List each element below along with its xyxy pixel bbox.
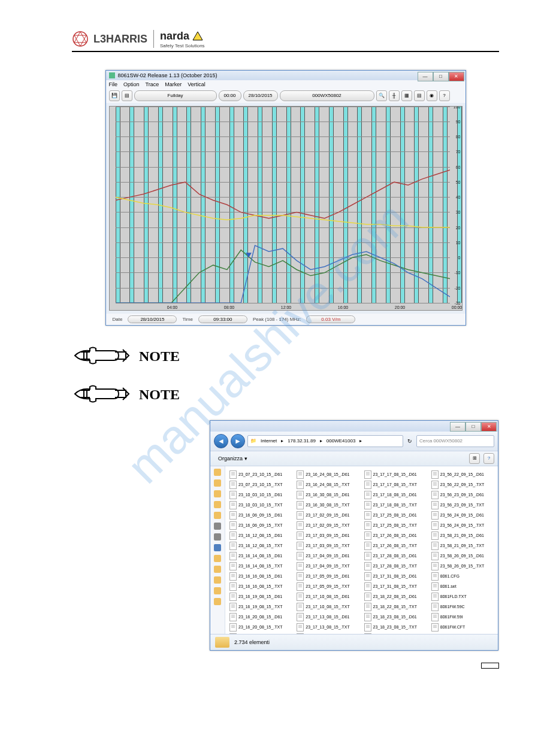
date-display[interactable]: 28/10/2015 (243, 90, 278, 101)
file-item[interactable]: 23_17_18_08_15_.TXT (364, 500, 427, 510)
menu-file[interactable]: File (109, 81, 118, 87)
file-item[interactable]: 23_58_21_09_15_.D61 (431, 531, 494, 541)
back-button[interactable]: ◄ (214, 434, 228, 448)
file-item[interactable]: 8061FW.CFT (431, 623, 494, 632)
file-item[interactable]: 23_17_04_09_15_.D61 (296, 551, 359, 561)
file-item[interactable]: 23_18_22_08_15_.D61 (364, 592, 427, 602)
sidebar-favorites-icon[interactable] (214, 469, 221, 476)
file-item[interactable]: 23_16_19_08_15_.D61 (229, 592, 292, 602)
sidebar-folder-icon[interactable] (214, 512, 221, 519)
file-item[interactable]: 23_18_22_08_15_.TXT (364, 602, 427, 612)
table-icon[interactable]: ▤ (414, 90, 425, 101)
file-item[interactable]: 23_17_26_08_15_.TXT (364, 541, 427, 551)
file-item[interactable]: 23_16_24_08_15_.D61 (296, 470, 359, 479)
file-item[interactable]: 8061.CFG (431, 572, 494, 581)
file-item[interactable]: 23_17_10_08_15_.TXT (296, 602, 359, 612)
file-item[interactable] (431, 633, 494, 634)
file-item[interactable]: 23_56_23_09_15_.TXT (431, 500, 494, 510)
file-item[interactable]: 23_18_23_08_15_.D61 (364, 612, 427, 622)
sidebar-folder-icon[interactable] (214, 479, 221, 487)
file-item[interactable]: 23_17_05_09_15_.D61 (296, 572, 359, 581)
file-item[interactable]: 23_10_03_10_15_.D61 (229, 490, 292, 500)
file-item[interactable]: 23_17_02_09_15_.D61 (296, 511, 359, 520)
addr-seg-1[interactable]: 178.32.31.89 (286, 438, 318, 444)
file-item[interactable]: 23_17_18_08_15_.D61 (364, 490, 427, 500)
file-item[interactable]: 23_17_25_08_15_.TXT (364, 521, 427, 530)
file-item[interactable]: 23_17_28_08_15_.TXT (364, 561, 427, 571)
file-item[interactable]: 23_16_12_08_15_.D61 (229, 531, 292, 541)
close-button[interactable]: ✕ (449, 72, 464, 81)
file-item[interactable]: 23_17_17_08_15_.TXT (364, 480, 427, 490)
file-item[interactable]: 23_58_26_09_15_.TXT (431, 561, 494, 571)
file-item[interactable]: 23_56_24_09_15_.D61 (431, 511, 494, 520)
file-item[interactable]: 23_56_23_09_15_.D61 (431, 490, 494, 500)
file-item[interactable]: 23_10_03_10_15_.TXT (229, 500, 292, 510)
file-item[interactable]: 23_16_16_08_15_.TXT (229, 582, 292, 591)
explorer-help-icon[interactable]: ? (483, 453, 494, 464)
menu-vertical[interactable]: Vertical (188, 81, 205, 87)
file-item[interactable]: 23_17_15_08_15_.D61 (296, 633, 359, 634)
file-item[interactable]: 23_17_17_08_15_.D61 (364, 470, 427, 479)
file-item[interactable]: 23_16_12_08_15_.TXT (229, 541, 292, 551)
menu-option[interactable]: Option (123, 81, 140, 87)
file-item[interactable]: 23_17_28_08_15_.D61 (364, 551, 427, 561)
menu-trace[interactable]: Trace (146, 81, 159, 87)
menu-marker[interactable]: Marker (165, 81, 182, 87)
file-item[interactable]: 23_17_31_08_15_.D61 (364, 572, 427, 581)
file-item[interactable]: 23_17_02_09_15_.TXT (296, 521, 359, 530)
mode-display[interactable]: Fullday (134, 90, 217, 101)
file-item[interactable]: 23_17_13_08_15_.TXT (296, 623, 359, 632)
sidebar-folder-icon[interactable] (214, 501, 221, 508)
file-item[interactable]: 23_56_24_09_15_.TXT (431, 521, 494, 530)
exp-close-button[interactable]: ✕ (481, 422, 497, 432)
station-display[interactable]: 000WX50802 (280, 90, 374, 101)
file-item[interactable]: 23_17_25_08_15_.D61 (364, 511, 427, 520)
marker-icon[interactable]: ╫ (389, 90, 400, 101)
file-item[interactable]: 23_16_30_08_15_.TXT (296, 500, 359, 510)
file-item[interactable]: 23_16_16_08_15_.D61 (229, 572, 292, 581)
file-item[interactable]: 23_17_03_09_15_.D61 (296, 531, 359, 541)
maximize-button[interactable]: □ (433, 72, 449, 81)
file-item[interactable]: 23_16_30_08_15_.D61 (296, 490, 359, 500)
file-item[interactable]: 23_56_22_09_15_.D61 (431, 470, 494, 479)
file-item[interactable]: 8061FW.59C (431, 602, 494, 612)
file-item[interactable]: 23_16_19_08_15_.TXT (229, 602, 292, 612)
file-item[interactable]: 8061.set (431, 582, 494, 591)
sidebar-folder-icon[interactable] (214, 576, 221, 584)
sidebar-network-icon[interactable] (214, 544, 221, 551)
file-item[interactable]: 23_16_20_08_15_.TXT (229, 623, 292, 632)
addr-seg-2[interactable]: 000WE41003 (325, 438, 357, 444)
exp-minimize-button[interactable]: — (450, 422, 466, 432)
file-item[interactable]: 23_17_26_08_15_.D61 (364, 531, 427, 541)
chart-area[interactable]: -30-20-10010203040506070809010004:0008:0… (109, 106, 463, 311)
exp-maximize-button[interactable]: □ (466, 422, 481, 432)
minimize-button[interactable]: — (418, 72, 433, 81)
file-item[interactable]: 23_16_21_08_15_.D61 (229, 633, 292, 634)
help-icon[interactable]: ? (439, 90, 450, 101)
addr-seg-0[interactable]: Internet (259, 438, 279, 444)
explorer-search[interactable]: Cerca 000WX50802 (416, 435, 494, 447)
file-item[interactable]: 23_18_23_08_15_.TXT (364, 623, 427, 632)
file-item[interactable]: 23_07_23_10_15_.D61 (229, 470, 292, 479)
sidebar-folder-icon[interactable] (214, 490, 221, 497)
file-item[interactable]: 23_16_06_09_15_.D61 (229, 511, 292, 520)
file-item[interactable]: 23_16_24_08_15_.TXT (296, 480, 359, 490)
file-item[interactable]: 23_17_03_09_15_.TXT (296, 541, 359, 551)
file-item[interactable]: 23_17_10_08_15_.D61 (296, 592, 359, 602)
time-start[interactable]: 00:00 (219, 90, 241, 101)
file-item[interactable]: 23_18_27_08_15_.D61 (364, 633, 427, 634)
file-item[interactable]: 23_17_31_08_15_.TXT (364, 582, 427, 591)
file-item[interactable]: 23_58_26_09_15_.D61 (431, 551, 494, 561)
file-item[interactable]: 23_17_04_09_15_.TXT (296, 561, 359, 571)
sidebar-folder-icon[interactable] (214, 566, 221, 573)
sidebar-folder-icon[interactable] (214, 598, 221, 605)
blue-icon[interactable]: ◉ (427, 90, 437, 101)
grid-icon[interactable]: ▦ (401, 90, 412, 101)
file-item[interactable]: 23_16_14_08_15_.D61 (229, 551, 292, 561)
file-item[interactable]: 8061FLD.TXT (431, 592, 494, 602)
address-bar[interactable]: 📁 Internet▸ 178.32.31.89▸ 000WE41003▸ (247, 435, 403, 447)
file-item[interactable]: 23_16_06_09_15_.TXT (229, 521, 292, 530)
file-grid[interactable]: 23_07_23_10_15_.D6123_16_24_08_15_.D6123… (225, 466, 498, 634)
save-icon[interactable]: 💾 (109, 90, 120, 101)
zoom-icon[interactable]: 🔍 (376, 90, 387, 101)
